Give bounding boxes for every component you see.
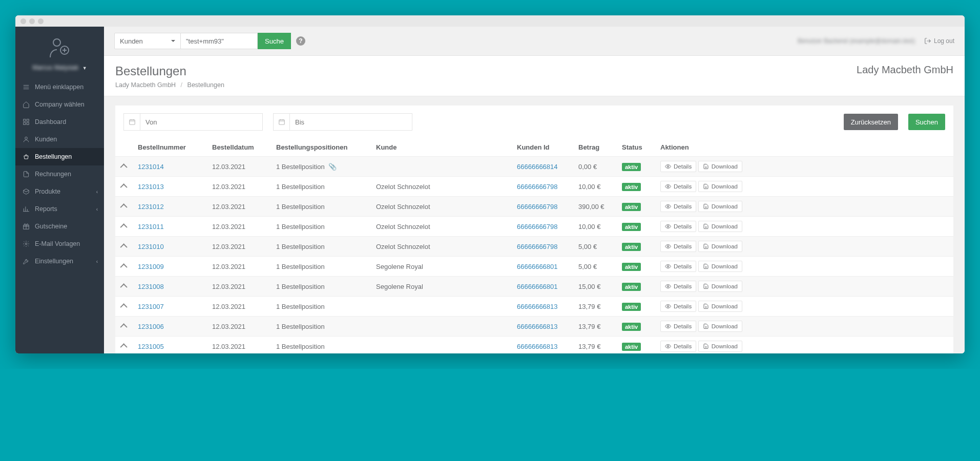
search-input[interactable] — [181, 33, 258, 49]
sidebar-item-e-mail-vorlagen[interactable]: E-Mail Vorlagen — [15, 235, 104, 253]
order-number-link[interactable]: 1231007 — [138, 303, 164, 310]
expand-row-icon[interactable] — [120, 223, 128, 230]
expand-row-icon[interactable] — [120, 163, 128, 171]
download-button[interactable]: Download — [698, 241, 742, 252]
details-button[interactable]: Details — [660, 321, 696, 332]
expand-row-icon[interactable] — [120, 203, 128, 211]
sidebar-item-einstellungen[interactable]: Einstellungen ‹ — [15, 253, 104, 270]
order-positions: 1 Bestellposition — [272, 217, 372, 237]
order-number-link[interactable]: 1231013 — [138, 183, 164, 191]
customer-name: Ozelot Schnozelot — [372, 237, 513, 257]
customer-id-link[interactable]: 66666666798 — [517, 203, 558, 211]
download-button[interactable]: Download — [698, 261, 742, 272]
sidebar-item-company-wählen[interactable]: Company wählen — [15, 96, 104, 113]
customer-id-link[interactable]: 66666666813 — [517, 303, 558, 310]
order-positions: 1 Bestellposition — [272, 257, 372, 277]
customer-id-link[interactable]: 66666666813 — [517, 343, 558, 350]
expand-row-icon[interactable] — [120, 263, 128, 270]
status-badge: aktiv — [622, 243, 641, 251]
search-category-select[interactable]: Kunden — [114, 33, 181, 49]
sidebar-item-label: Dashboard — [35, 118, 66, 125]
filter-search-button[interactable]: Suchen — [908, 114, 945, 130]
sidebar-item-menü-einklappen[interactable]: Menü einklappen — [15, 78, 104, 96]
details-button[interactable]: Details — [660, 301, 696, 312]
breadcrumb-root[interactable]: Lady Macbeth GmbH — [115, 81, 176, 89]
order-number-link[interactable]: 1231008 — [138, 283, 164, 290]
status-badge: aktiv — [622, 163, 641, 171]
svg-point-11 — [668, 166, 669, 167]
order-number-link[interactable]: 1231006 — [138, 323, 164, 330]
order-number-link[interactable]: 1231014 — [138, 163, 164, 171]
download-button[interactable]: Download — [698, 221, 742, 232]
table-row: 1231009 12.03.2021 1 Bestellposition Seg… — [115, 257, 953, 277]
customer-id-link[interactable]: 66666666798 — [517, 183, 558, 191]
sidebar-item-produkte[interactable]: Produkte ‹ — [15, 183, 104, 200]
download-button[interactable]: Download — [698, 301, 742, 312]
details-button[interactable]: Details — [660, 261, 696, 272]
logout-link[interactable]: Log out — [924, 37, 954, 45]
expand-row-icon[interactable] — [120, 343, 128, 350]
customer-id-link[interactable]: 66666666814 — [517, 163, 558, 171]
customer-id-link[interactable]: 66666666798 — [517, 223, 558, 230]
search-button[interactable]: Suche — [258, 33, 291, 49]
details-button[interactable]: Details — [660, 161, 696, 172]
customer-name: Ozelot Schnozelot — [372, 197, 513, 217]
details-button[interactable]: Details — [660, 221, 696, 232]
user-info: Benutzer Backend (example@domain.test) — [798, 37, 915, 45]
sidebar-item-reports[interactable]: Reports ‹ — [15, 200, 104, 218]
expand-row-icon[interactable] — [120, 243, 128, 250]
customer-id-link[interactable]: 66666666813 — [517, 323, 558, 330]
window-min-dot[interactable] — [29, 18, 35, 24]
date-to-input[interactable] — [289, 113, 412, 131]
help-icon[interactable]: ? — [296, 36, 305, 46]
sidebar-item-dashboard[interactable]: Dashboard — [15, 113, 104, 131]
search-category-label: Kunden — [120, 37, 143, 45]
sidebar-item-kunden[interactable]: Kunden — [15, 131, 104, 148]
download-button[interactable]: Download — [698, 281, 742, 292]
page-title: Bestellungen — [115, 64, 224, 78]
details-button[interactable]: Details — [660, 341, 696, 352]
window-max-dot[interactable] — [38, 18, 44, 24]
page-header: Bestellungen Lady Macbeth GmbH / Bestell… — [104, 56, 965, 96]
expand-row-icon[interactable] — [120, 183, 128, 191]
download-button[interactable]: Download — [698, 161, 742, 172]
customer-id-link[interactable]: 66666666798 — [517, 243, 558, 250]
customer-id-link[interactable]: 66666666801 — [517, 263, 558, 270]
details-button[interactable]: Details — [660, 181, 696, 192]
order-number-link[interactable]: 1231011 — [138, 223, 164, 230]
window-close-dot[interactable] — [20, 18, 26, 24]
order-date: 12.03.2021 — [208, 157, 272, 177]
order-date: 12.03.2021 — [208, 297, 272, 317]
amount: 0,00 € — [574, 157, 618, 177]
customer-id-link[interactable]: 66666666801 — [517, 283, 558, 290]
col-positions: Bestellungspositionen — [272, 138, 372, 157]
download-button[interactable]: Download — [698, 201, 742, 212]
sidebar-profile[interactable]: Marcus Matysiak ▼ — [15, 27, 104, 78]
download-button[interactable]: Download — [698, 181, 742, 192]
sidebar-item-rechnungen[interactable]: Rechnungen — [15, 165, 104, 183]
details-button[interactable]: Details — [660, 241, 696, 252]
details-button[interactable]: Details — [660, 281, 696, 292]
eye-icon — [665, 183, 671, 190]
sidebar-item-bestellungen[interactable]: Bestellungen — [15, 148, 104, 165]
order-number-link[interactable]: 1231005 — [138, 343, 164, 350]
order-number-link[interactable]: 1231010 — [138, 243, 164, 250]
expand-row-icon[interactable] — [120, 303, 128, 310]
expand-row-icon[interactable] — [120, 323, 128, 330]
details-button[interactable]: Details — [660, 201, 696, 212]
company-name: Lady Macbeth GmbH — [857, 64, 953, 76]
user-icon — [23, 136, 30, 143]
order-date: 12.03.2021 — [208, 317, 272, 337]
download-button[interactable]: Download — [698, 321, 742, 332]
col-actions: Aktionen — [656, 138, 953, 157]
date-from-input[interactable] — [140, 113, 263, 131]
order-number-link[interactable]: 1231009 — [138, 263, 164, 270]
eye-icon — [665, 223, 671, 229]
reset-button[interactable]: Zurücksetzen — [844, 114, 898, 130]
table-row: 1231008 12.03.2021 1 Bestellposition Seg… — [115, 277, 953, 297]
svg-point-8 — [25, 243, 27, 245]
order-number-link[interactable]: 1231012 — [138, 203, 164, 211]
sidebar-item-gutscheine[interactable]: Gutscheine — [15, 218, 104, 235]
expand-row-icon[interactable] — [120, 283, 128, 290]
download-button[interactable]: Download — [698, 341, 742, 352]
